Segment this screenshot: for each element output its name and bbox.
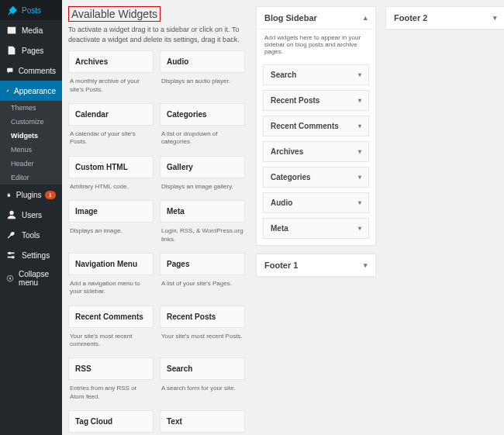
widget-search[interactable]: Search [160, 357, 245, 380]
nav-label: Settings [22, 251, 50, 260]
svg-point-4 [12, 256, 15, 259]
placed-widget-search[interactable]: Search▾ [263, 64, 369, 85]
widget-desc: Displays an image. [68, 223, 154, 243]
caret-icon: ▴ [364, 14, 368, 22]
plug-icon [6, 189, 12, 200]
svg-point-3 [9, 252, 12, 255]
area-title: Footer 1 [264, 261, 298, 270]
page-icon [6, 45, 17, 56]
caret-down-icon: ▾ [358, 199, 361, 206]
nav-label: Plugins [16, 191, 42, 199]
nav-label: Users [22, 211, 42, 219]
widget-desc: A list of your site's Pages. [160, 275, 245, 295]
nav-label: Collapse menu [19, 270, 56, 287]
subnav-editor[interactable]: Editor [0, 171, 62, 185]
placed-widget-recent-comments[interactable]: Recent Comments▾ [263, 116, 369, 136]
caret-down-icon: ▾ [358, 123, 361, 129]
nav-label: Tools [22, 231, 40, 240]
nav-plugins[interactable]: Plugins1 [0, 185, 62, 205]
collapse-icon [6, 273, 14, 284]
nav-appearance[interactable]: Appearance [0, 81, 62, 101]
comment-icon [6, 65, 14, 76]
available-widgets-grid: ArchivesA monthly archive of your site's… [68, 50, 247, 435]
nav-collapse[interactable]: Collapse menu [0, 265, 62, 292]
svg-point-0 [9, 211, 13, 215]
subnav-widgets[interactable]: Widgets [0, 129, 62, 143]
placed-widget-categories[interactable]: Categories▾ [263, 167, 369, 188]
brush-icon [6, 85, 9, 96]
widget-audio[interactable]: Audio [160, 50, 245, 73]
placed-widget-label: Audio [271, 199, 292, 207]
placed-widget-archives[interactable]: Archives▾ [263, 141, 369, 162]
area-desc: Add widgets here to appear in your sideb… [257, 29, 375, 60]
nav-label: Posts [22, 6, 41, 15]
area-toggle[interactable]: Footer 2▾ [386, 7, 504, 29]
placed-widget-audio[interactable]: Audio▾ [263, 192, 369, 213]
widget-archives[interactable]: Archives [68, 50, 154, 73]
widget-desc: A monthly archive of your site's Posts. [68, 73, 154, 102]
widget-calendar[interactable]: Calendar [68, 103, 154, 126]
widget-desc: Arbitrary HTML code. [68, 178, 154, 199]
update-badge: 1 [45, 191, 56, 199]
caret-icon: ▾ [493, 14, 497, 22]
widget-categories[interactable]: Categories [160, 103, 245, 126]
nav-media[interactable]: Media [0, 20, 62, 40]
placed-widget-label: Categories [271, 173, 311, 181]
widget-recent-posts[interactable]: Recent Posts [160, 306, 245, 328]
subnav-header[interactable]: Header [0, 157, 62, 171]
widget-meta[interactable]: Meta [160, 200, 245, 223]
widget-desc: Displays an image gallery. [160, 178, 245, 199]
placed-widget-label: Archives [271, 147, 303, 156]
caret-down-icon: ▾ [358, 97, 361, 104]
widget-desc: Displays an audio player. [160, 73, 245, 93]
area-title: Footer 2 [394, 13, 427, 22]
nav-posts[interactable]: Posts [0, 0, 62, 20]
widget-desc: Your site's most recent Posts. [160, 328, 245, 348]
caret-down-icon: ▾ [358, 71, 361, 78]
widget-desc: Add a navigation menu to your sidebar. [68, 275, 154, 304]
area-toggle[interactable]: Blog Sidebar▴ [257, 7, 375, 29]
placed-widget-label: Recent Posts [271, 96, 319, 105]
pin-icon [6, 5, 17, 16]
nav-tools[interactable]: Tools [0, 225, 62, 245]
tool-icon [6, 230, 17, 240]
nav-settings[interactable]: Settings [0, 245, 62, 265]
nav-label: Comments [19, 67, 56, 75]
widget-gallery[interactable]: Gallery [160, 156, 245, 178]
placed-widget-label: Search [271, 71, 296, 79]
nav-users[interactable]: Users [0, 205, 62, 225]
caret-down-icon: ▾ [358, 174, 361, 181]
subnav-customize[interactable]: Customize [0, 115, 62, 129]
widget-desc: Entries from any RSS or Atom feed. [68, 380, 154, 409]
placed-widget-label: Recent Comments [271, 122, 339, 130]
subnav-menus[interactable]: Menus [0, 143, 62, 157]
widget-recent-comments[interactable]: Recent Comments [68, 306, 154, 328]
placed-widget-meta[interactable]: Meta▾ [263, 218, 369, 239]
nav-label: Media [22, 26, 43, 35]
widget-image[interactable]: Image [68, 200, 154, 223]
nav-comments[interactable]: Comments [0, 60, 62, 81]
widget-desc: A list or dropdown of categories. [160, 126, 245, 154]
nav-label: Appearance [14, 87, 56, 95]
widget-rss[interactable]: RSS [68, 357, 154, 380]
subnav-themes[interactable]: Themes [0, 101, 62, 115]
media-icon [6, 25, 17, 36]
caret-down-icon: ▾ [358, 148, 361, 155]
available-widgets-desc: To activate a widget drag it to a sideba… [68, 25, 247, 44]
widget-pages[interactable]: Pages [160, 253, 245, 275]
area-toggle[interactable]: Footer 1▾ [257, 254, 375, 277]
placed-widget-recent-posts[interactable]: Recent Posts▾ [263, 90, 369, 111]
widget-tag-cloud[interactable]: Tag Cloud [68, 410, 154, 433]
widget-custom-html[interactable]: Custom HTML [68, 156, 154, 178]
nav-pages[interactable]: Pages [0, 40, 62, 60]
widget-desc: Login, RSS, & WordPress.org links. [160, 223, 245, 251]
caret-down-icon: ▾ [358, 225, 361, 232]
settings-icon [6, 250, 17, 261]
widget-area-footer-2: Footer 2▾ [385, 6, 504, 30]
widget-navigation-menu[interactable]: Navigation Menu [68, 253, 154, 275]
nav-label: Pages [22, 47, 43, 55]
widget-desc: A search form for your site. [160, 380, 245, 400]
widget-text[interactable]: Text [160, 410, 245, 433]
widget-area-blog-sidebar: Blog Sidebar▴Add widgets here to appear … [256, 6, 376, 246]
widget-desc: Your site's most recent comments. [68, 328, 154, 357]
